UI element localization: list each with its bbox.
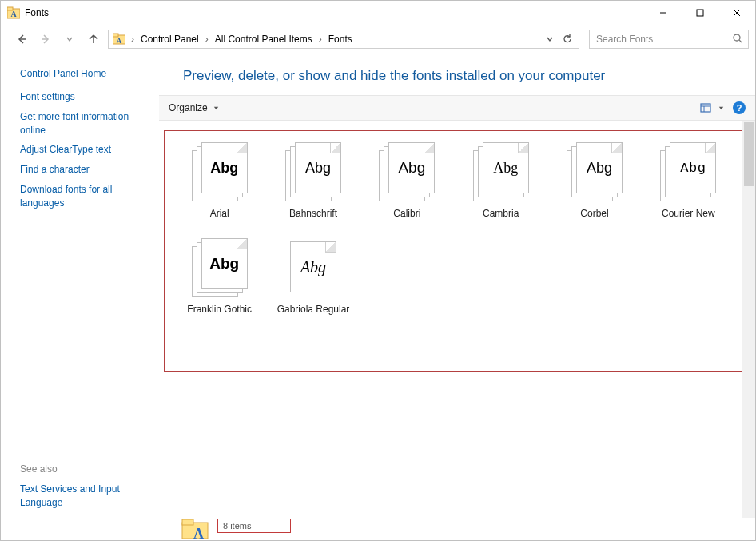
status-bar: A 8 items bbox=[1, 518, 755, 540]
up-button[interactable] bbox=[84, 30, 103, 49]
font-label: Corbel bbox=[580, 208, 608, 219]
window-title: Fonts bbox=[25, 7, 49, 18]
chevron-right-icon[interactable]: › bbox=[129, 34, 136, 45]
font-item[interactable]: AbgCourier New bbox=[659, 142, 718, 219]
forward-button[interactable] bbox=[36, 30, 55, 49]
sidebar-link-more-info[interactable]: Get more font information online bbox=[20, 110, 151, 137]
close-button[interactable] bbox=[718, 1, 755, 25]
help-button[interactable]: ? bbox=[733, 101, 746, 114]
content-area: AbgArialAbgBahnschriftAbgCalibriAbgCambr… bbox=[159, 121, 755, 518]
window-controls bbox=[645, 1, 755, 25]
view-options-button[interactable] bbox=[700, 102, 725, 113]
font-label: Courier New bbox=[662, 208, 715, 219]
font-stack-icon: Abg bbox=[284, 238, 343, 297]
font-item[interactable]: AbgCalibri bbox=[377, 142, 436, 219]
svg-rect-4 bbox=[697, 10, 703, 16]
font-label: Bahnschrift bbox=[289, 208, 337, 219]
font-stack-icon: Abg bbox=[472, 142, 531, 201]
minimize-button[interactable] bbox=[645, 1, 682, 25]
font-stack-icon: Abg bbox=[565, 142, 624, 201]
font-sample-text: Abg bbox=[296, 160, 340, 177]
recent-dropdown-icon[interactable] bbox=[60, 30, 79, 49]
svg-text:A: A bbox=[193, 526, 204, 541]
organize-menu[interactable]: Organize bbox=[169, 102, 220, 113]
chevron-down-icon bbox=[213, 105, 220, 112]
font-sample-text: Abg bbox=[202, 255, 247, 272]
font-label: Franklin Gothic bbox=[187, 304, 252, 315]
search-icon[interactable] bbox=[732, 33, 743, 46]
font-label: Calibri bbox=[393, 208, 420, 219]
chevron-right-icon[interactable]: › bbox=[204, 34, 210, 45]
sidebar-link-download-fonts[interactable]: Download fonts for all languages bbox=[20, 183, 151, 210]
font-stack-icon: Abg bbox=[190, 142, 249, 201]
search-box[interactable] bbox=[589, 30, 749, 49]
address-folder-icon: A bbox=[112, 32, 126, 46]
item-count: 8 items bbox=[217, 519, 291, 533]
organize-label: Organize bbox=[169, 102, 208, 113]
breadcrumb-item[interactable]: Fonts bbox=[327, 34, 354, 45]
nav-bar: A › Control Panel › All Control Panel It… bbox=[1, 25, 755, 54]
app-icon: A bbox=[7, 6, 20, 19]
font-sample-text: Abg bbox=[389, 159, 434, 177]
font-stack-icon: Abg bbox=[284, 142, 343, 201]
scrollbar-thumb[interactable] bbox=[744, 122, 754, 186]
font-sample-text: Abg bbox=[483, 160, 528, 177]
font-item[interactable]: AbgGabriola Regular bbox=[277, 238, 350, 315]
font-item[interactable]: AbgCambria bbox=[472, 142, 531, 219]
font-sample-text: Abg bbox=[577, 160, 622, 177]
refresh-button[interactable] bbox=[559, 34, 575, 45]
sidebar-link-font-settings[interactable]: Font settings bbox=[20, 90, 151, 104]
svg-rect-14 bbox=[701, 104, 710, 112]
see-also-label: See also bbox=[20, 463, 151, 475]
font-grid: AbgArialAbgBahnschriftAbgCalibriAbgCambr… bbox=[164, 130, 744, 372]
title-bar: A Fonts bbox=[1, 1, 755, 25]
address-dropdown-icon[interactable] bbox=[542, 35, 558, 43]
font-stack-icon: Abg bbox=[377, 142, 436, 201]
chevron-down-icon bbox=[718, 105, 725, 112]
address-bar[interactable]: A › Control Panel › All Control Panel It… bbox=[108, 30, 579, 49]
font-sample-text: Abg bbox=[291, 258, 336, 276]
font-item[interactable]: AbgBahnschrift bbox=[284, 142, 343, 219]
sidebar-link-text-services[interactable]: Text Services and Input Language bbox=[20, 483, 151, 510]
font-item[interactable]: AbgArial bbox=[190, 142, 249, 219]
font-stack-icon: Abg bbox=[659, 142, 718, 201]
sidebar-link-cleartype[interactable]: Adjust ClearType text bbox=[20, 143, 151, 157]
control-panel-home-link[interactable]: Control Panel Home bbox=[20, 68, 151, 79]
svg-text:A: A bbox=[117, 37, 122, 45]
font-sample-text: Abg bbox=[202, 160, 247, 177]
status-folder-icon: A bbox=[181, 518, 211, 541]
back-button[interactable] bbox=[12, 30, 31, 49]
font-label: Gabriola Regular bbox=[277, 304, 350, 315]
page-heading: Preview, delete, or show and hide the fo… bbox=[159, 54, 755, 95]
breadcrumb-item[interactable]: All Control Panel Items bbox=[213, 34, 314, 45]
font-item[interactable]: AbgCorbel bbox=[565, 142, 624, 219]
font-item[interactable]: AbgFranklin Gothic bbox=[187, 238, 252, 315]
chevron-right-icon[interactable]: › bbox=[317, 34, 324, 45]
main-panel: Preview, delete, or show and hide the fo… bbox=[159, 54, 755, 518]
maximize-button[interactable] bbox=[682, 1, 718, 25]
font-sample-text: Abg bbox=[670, 161, 715, 176]
svg-text:A: A bbox=[10, 10, 17, 18]
breadcrumb-item[interactable]: Control Panel bbox=[139, 34, 201, 45]
font-label: Cambria bbox=[483, 208, 519, 219]
svg-line-13 bbox=[739, 40, 742, 42]
svg-rect-18 bbox=[182, 519, 193, 525]
toolbar: Organize ? bbox=[159, 95, 755, 121]
font-stack-icon: Abg bbox=[190, 238, 249, 297]
font-label: Arial bbox=[210, 208, 229, 219]
scrollbar[interactable] bbox=[742, 121, 755, 518]
sidebar-link-find-char[interactable]: Find a character bbox=[20, 163, 151, 177]
sidebar: Control Panel Home Font settings Get mor… bbox=[1, 54, 159, 518]
svg-point-12 bbox=[734, 34, 740, 41]
search-input[interactable] bbox=[595, 33, 732, 46]
